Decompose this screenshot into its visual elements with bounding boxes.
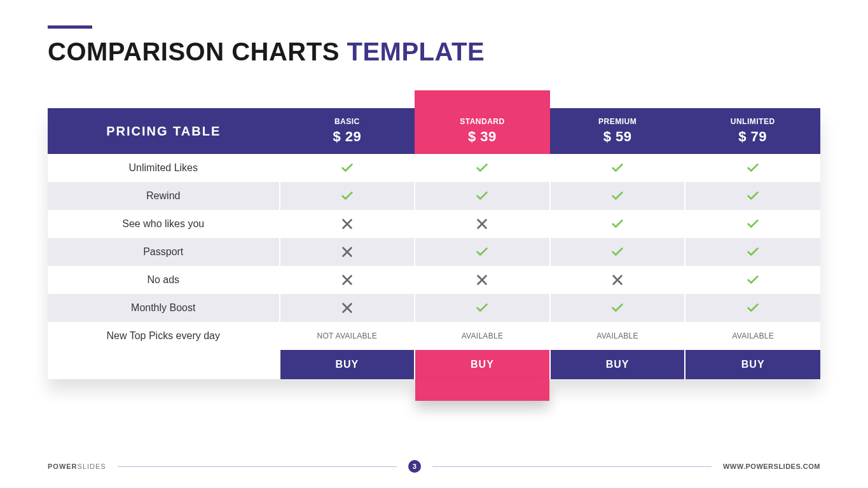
check-icon: [746, 301, 760, 315]
feature-cell: [280, 238, 415, 266]
feature-cell: AVAILABLE: [415, 322, 550, 350]
feature-label: Passport: [48, 238, 280, 266]
feature-cell: [550, 210, 685, 238]
feature-cell: [280, 154, 415, 182]
footer-divider-left: [118, 466, 397, 467]
feature-label: Monthly Boost: [48, 294, 280, 322]
buy-button-unlimited[interactable]: BUY: [685, 350, 820, 379]
check-icon: [340, 161, 354, 175]
feature-cell: [550, 238, 685, 266]
cross-icon: [340, 301, 354, 315]
page-title: COMPARISON CHARTS TEMPLATE: [48, 38, 820, 66]
plan-header-unlimited: UNLIMITED $ 79: [685, 108, 820, 154]
feature-cell: [685, 294, 820, 322]
feature-cell: [280, 294, 415, 322]
check-icon: [475, 245, 489, 259]
plan-header-standard: STANDARD $ 39: [415, 108, 550, 154]
table-row: Monthly Boost: [48, 294, 820, 322]
footer-brand-light: SLIDES: [78, 463, 106, 470]
feature-cell: [415, 154, 550, 182]
check-icon: [340, 189, 354, 203]
footer-brand-bold: POWER: [48, 463, 78, 470]
feature-cell: [550, 294, 685, 322]
cross-icon: [475, 273, 489, 287]
feature-cell: [550, 182, 685, 210]
table-row: New Top Picks every dayNOT AVAILABLEAVAI…: [48, 322, 820, 350]
check-icon: [746, 245, 760, 259]
feature-cell: [685, 182, 820, 210]
plan-price-unlimited: $ 79: [690, 129, 815, 145]
plan-header-premium: PREMIUM $ 59: [550, 108, 685, 154]
check-icon: [610, 189, 624, 203]
feature-cell: [550, 154, 685, 182]
pricing-table-heading: PRICING TABLE: [48, 108, 280, 154]
check-icon: [746, 273, 760, 287]
title-accent-bar: [48, 25, 92, 29]
title-part1: COMPARISON CHARTS: [48, 38, 347, 66]
plan-name-unlimited: UNLIMITED: [690, 117, 815, 126]
footer-divider-right: [432, 466, 712, 467]
feature-cell: [685, 266, 820, 294]
footer-brand: POWERSLIDES: [48, 463, 106, 470]
plan-price-standard: $ 39: [420, 129, 545, 145]
plan-price-premium: $ 59: [555, 129, 680, 145]
check-icon: [475, 189, 489, 203]
table-row: Passport: [48, 238, 820, 266]
feature-cell: [685, 210, 820, 238]
feature-cell: [280, 266, 415, 294]
feature-label: Unlimited Likes: [48, 154, 280, 182]
feature-label: New Top Picks every day: [48, 322, 280, 350]
title-part2: TEMPLATE: [347, 38, 485, 66]
feature-cell: [685, 238, 820, 266]
cross-icon: [340, 217, 354, 231]
check-icon: [746, 217, 760, 231]
check-icon: [475, 161, 489, 175]
feature-cell: [280, 210, 415, 238]
feature-label: See who likes you: [48, 210, 280, 238]
feature-cell: [550, 266, 685, 294]
feature-cell: AVAILABLE: [685, 322, 820, 350]
feature-cell: NOT AVAILABLE: [280, 322, 415, 350]
table-row: Unlimited Likes: [48, 154, 820, 182]
feature-cell: [415, 238, 550, 266]
table-row: See who likes you: [48, 210, 820, 238]
table-row: No ads: [48, 266, 820, 294]
feature-cell: AVAILABLE: [550, 322, 685, 350]
buy-button-basic[interactable]: BUY: [280, 350, 415, 379]
check-icon: [610, 161, 624, 175]
cross-icon: [610, 273, 624, 287]
feature-cell: [280, 182, 415, 210]
feature-cell: [415, 294, 550, 322]
plan-price-basic: $ 29: [285, 129, 410, 145]
buy-button-standard[interactable]: BUY: [415, 350, 550, 379]
page-number: 3: [408, 460, 421, 473]
feature-cell: [685, 154, 820, 182]
check-icon: [746, 161, 760, 175]
slide-footer: POWERSLIDES 3 WWW.POWERSLIDES.COM: [0, 460, 868, 473]
check-icon: [475, 301, 489, 315]
pricing-table: PRICING TABLE BASIC $ 29 STANDARD $ 39 P…: [48, 108, 820, 379]
feature-cell: [415, 182, 550, 210]
cross-icon: [340, 273, 354, 287]
check-icon: [610, 217, 624, 231]
feature-label: No ads: [48, 266, 280, 294]
pricing-table-wrap: PRICING TABLE BASIC $ 29 STANDARD $ 39 P…: [48, 90, 820, 401]
buy-row-spacer: [48, 350, 280, 379]
plan-header-basic: BASIC $ 29: [280, 108, 415, 154]
plan-name-basic: BASIC: [285, 117, 410, 126]
feature-cell: [415, 210, 550, 238]
plan-name-standard: STANDARD: [420, 117, 545, 126]
footer-url: WWW.POWERSLIDES.COM: [723, 463, 820, 470]
cross-icon: [340, 245, 354, 259]
check-icon: [610, 245, 624, 259]
buy-button-premium[interactable]: BUY: [550, 350, 685, 379]
table-row: Rewind: [48, 182, 820, 210]
plan-name-premium: PREMIUM: [555, 117, 680, 126]
cross-icon: [475, 217, 489, 231]
check-icon: [610, 301, 624, 315]
check-icon: [746, 189, 760, 203]
feature-cell: [415, 266, 550, 294]
feature-label: Rewind: [48, 182, 280, 210]
